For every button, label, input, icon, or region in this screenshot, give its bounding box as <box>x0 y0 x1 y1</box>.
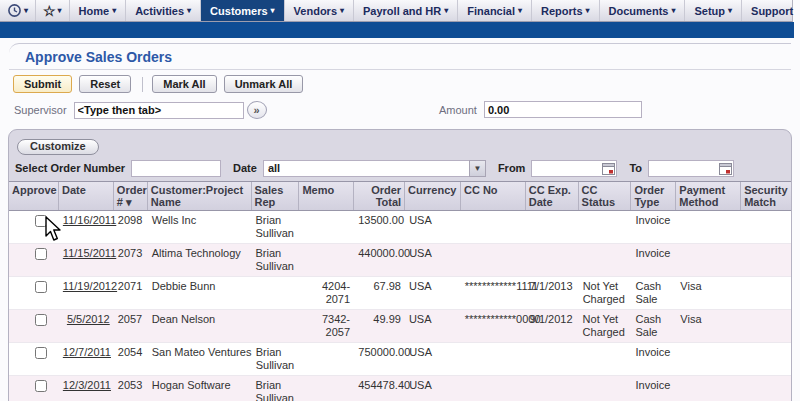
amount-label: Amount <box>439 104 477 116</box>
cell-date: 12/3/2011 <box>59 376 114 401</box>
cell-security_match <box>741 376 791 401</box>
cell-currency: USA <box>405 310 461 342</box>
column-header-payment_method[interactable]: PaymentMethod <box>676 182 741 210</box>
nav-item-financial[interactable]: Financial▾ <box>458 0 532 21</box>
chevron-down-icon: ▾ <box>340 7 344 15</box>
order-date-link[interactable]: 11/19/2012 <box>63 280 117 292</box>
column-header-memo[interactable]: Memo <box>299 182 354 210</box>
cell-payment_method: Visa <box>676 310 741 342</box>
calendar-icon[interactable] <box>602 162 615 177</box>
to-label: To <box>629 162 642 174</box>
cell-cc_exp <box>526 343 579 375</box>
cell-cc_exp: 7/1/2013 <box>526 277 579 309</box>
cell-payment_method <box>676 244 741 276</box>
nav-item-activities[interactable]: Activities▾ <box>126 0 201 21</box>
cell-order_total: 49.99 <box>354 310 405 342</box>
date-filter-label: Date <box>233 162 257 174</box>
submit-button[interactable]: Submit <box>13 75 72 93</box>
approve-checkbox[interactable] <box>35 281 47 293</box>
table-header-row: ApproveDateOrder# ▾Customer:ProjectNameS… <box>9 181 791 211</box>
nav-item-reports[interactable]: Reports▾ <box>532 0 600 21</box>
customize-button[interactable]: Customize <box>17 139 99 155</box>
cell-order_type: Invoice <box>631 376 676 401</box>
column-header-date[interactable]: Date <box>59 182 114 210</box>
cell-memo <box>300 343 355 375</box>
chevron-down-icon: ▾ <box>187 7 191 15</box>
shortcuts-menu[interactable]: ☆ ▾ <box>36 0 70 21</box>
column-header-order_type[interactable]: OrderType <box>631 182 676 210</box>
reset-button[interactable]: Reset <box>79 75 131 93</box>
cell-order_no: 2071 <box>114 277 148 309</box>
list-filter-row: Select Order Number Date all ▼ From To <box>15 159 791 178</box>
order-number-input[interactable] <box>131 160 221 177</box>
cell-cc_status: Not Yet Charged <box>579 310 632 342</box>
nav-item-vendors[interactable]: Vendors▾ <box>285 0 354 21</box>
order-date-link[interactable]: 5/5/2012 <box>67 313 110 325</box>
approve-checkbox[interactable] <box>35 215 47 227</box>
cell-approve <box>9 310 59 342</box>
nav-item-documents[interactable]: Documents▾ <box>600 0 686 21</box>
cell-sales_rep: Brian Sullivan <box>251 244 299 276</box>
chevron-down-icon: ▾ <box>444 7 448 15</box>
mark-all-button[interactable]: Mark All <box>152 75 216 93</box>
cell-order_type: Invoice <box>631 244 676 276</box>
unmark-all-button[interactable]: Unmark All <box>224 75 304 93</box>
nav-item-label: Payroll and HR <box>363 5 441 17</box>
recent-records-menu[interactable]: ▾ <box>0 0 36 21</box>
cell-payment_method: Visa <box>676 277 741 309</box>
cell-cc_exp <box>526 244 579 276</box>
dropdown-arrow-icon[interactable]: ▼ <box>469 160 486 177</box>
table-row: 5/5/20122057Dean Nelson7342-205749.99USA… <box>9 310 791 343</box>
supervisor-expand-button[interactable]: » <box>247 101 267 119</box>
cell-cc_no <box>461 376 526 401</box>
column-header-sales_rep[interactable]: SalesRep <box>252 182 300 210</box>
order-date-link[interactable]: 12/3/2011 <box>63 379 111 391</box>
nav-item-payroll-and-hr[interactable]: Payroll and HR▾ <box>354 0 458 21</box>
calendar-icon[interactable] <box>719 162 732 177</box>
amount-input[interactable] <box>484 101 642 118</box>
cell-customer: Dean Nelson <box>148 310 252 342</box>
cell-order_type: Invoice <box>632 343 677 375</box>
cell-currency: USA <box>405 376 461 401</box>
table-row: 12/3/20112053Hogan SoftwareBrian Sulliva… <box>9 376 791 401</box>
cell-security_match <box>741 244 791 276</box>
cell-cc_status <box>579 376 632 401</box>
column-header-order_total[interactable]: OrderTotal <box>354 182 405 210</box>
nav-item-setup[interactable]: Setup▾ <box>685 0 742 21</box>
cell-payment_method <box>676 343 741 375</box>
cell-currency: USA <box>405 277 461 309</box>
cell-date: 12/7/2011 <box>59 343 114 375</box>
order-date-link[interactable]: 12/7/2011 <box>63 346 111 358</box>
date-filter-select[interactable]: all ▼ <box>263 160 486 177</box>
nav-item-label: Reports <box>541 5 583 17</box>
cell-approve <box>9 211 59 243</box>
column-header-cc_no[interactable]: CC No <box>461 182 526 210</box>
column-header-customer[interactable]: Customer:ProjectName <box>148 182 252 210</box>
column-header-order_no[interactable]: Order# ▾ <box>114 182 148 210</box>
cell-memo <box>299 376 354 401</box>
cell-sales_rep: Brian Sullivan <box>252 343 300 375</box>
nav-item-home[interactable]: Home▾ <box>70 0 127 21</box>
order-date-link[interactable]: 11/15/2011 <box>63 247 116 259</box>
approve-checkbox[interactable] <box>35 347 47 359</box>
nav-item-label: Home <box>79 5 110 17</box>
order-date-link[interactable]: 11/16/2011 <box>63 214 116 226</box>
cell-security_match <box>741 343 791 375</box>
approve-checkbox[interactable] <box>35 380 47 392</box>
approve-checkbox[interactable] <box>35 248 47 260</box>
nav-item-customers[interactable]: Customers▾ <box>201 0 284 21</box>
nav-item-support[interactable]: Support <box>742 0 800 21</box>
nav-item-label: Activities <box>135 5 184 17</box>
cell-memo <box>299 211 354 243</box>
cell-security_match <box>741 310 791 342</box>
column-header-cc_exp[interactable]: CC Exp.Date <box>526 182 579 210</box>
toolbar-separator <box>142 77 143 92</box>
column-header-approve[interactable]: Approve <box>9 182 59 210</box>
column-header-security_match[interactable]: SecurityMatch <box>741 182 791 210</box>
supervisor-input[interactable] <box>74 102 244 119</box>
cell-cc_status <box>579 244 632 276</box>
column-header-cc_status[interactable]: CCStatus <box>579 182 632 210</box>
approve-checkbox[interactable] <box>35 314 47 326</box>
nav-item-label: Setup <box>694 5 725 17</box>
column-header-currency[interactable]: Currency <box>405 182 461 210</box>
